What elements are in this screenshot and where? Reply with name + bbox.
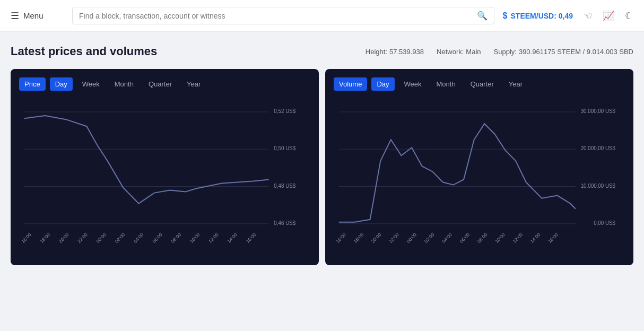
vx-label-1: 18:00 xyxy=(353,232,365,244)
chart-icon[interactable]: 📈 xyxy=(603,10,614,22)
search-icon[interactable]: 🔍 xyxy=(477,11,488,21)
x-label-9: 10:00 xyxy=(189,232,201,244)
volume-chart-toolbar: Volume Day Week Month Quarter Year xyxy=(334,77,625,91)
height-meta: Height: 57.539.938 xyxy=(365,48,424,56)
supply-meta: Supply: 390.961175 STEEM / 9.014.003 SBD xyxy=(494,48,633,56)
vx-label-12: 16:00 xyxy=(547,232,559,244)
vol-y-label-2: 20.000,00 US$ xyxy=(581,145,616,151)
volume-chart-card: Volume Day Week Month Quarter Year 30.00… xyxy=(325,69,633,265)
search-bar[interactable]: 🔍 xyxy=(72,7,494,24)
network-meta: Network: Main xyxy=(437,48,481,56)
menu-label[interactable]: Menu xyxy=(23,11,43,20)
price-tab-quarter[interactable]: Quarter xyxy=(143,77,177,91)
vol-y-label-1: 30.000,00 US$ xyxy=(581,108,616,114)
vx-label-11: 14:00 xyxy=(529,232,542,244)
search-input[interactable] xyxy=(79,12,473,20)
volume-type-button[interactable]: Volume xyxy=(334,77,367,91)
menu-section: ☰ Menu xyxy=(11,10,64,22)
network-value: Main xyxy=(466,48,481,56)
price-y-label-3: 0,48 US$ xyxy=(274,182,295,188)
page-header: Latest prices and volumes Height: 57.539… xyxy=(11,45,633,58)
vx-label-9: 10:00 xyxy=(494,232,506,244)
hamburger-icon: ☰ xyxy=(11,10,19,22)
main-header: ☰ Menu 🔍 $ STEEM/USD: 0,49 ☜ 📈 ☾ xyxy=(0,0,644,32)
x-label-7: 06:00 xyxy=(151,232,163,244)
vx-label-2: 20:00 xyxy=(370,232,382,244)
x-label-12: 16:00 xyxy=(245,232,257,244)
moon-icon[interactable]: ☾ xyxy=(625,10,633,22)
supply-value: 390.961175 STEEM / 9.014.003 SBD xyxy=(519,48,633,56)
price-display: $ STEEM/USD: 0,49 xyxy=(503,11,573,21)
charts-grid: Price Day Week Month Quarter Year 0,52 U… xyxy=(11,69,633,265)
x-label-10: 12:00 xyxy=(207,232,220,244)
x-label-4: 00:00 xyxy=(95,232,108,244)
x-label-11: 14:00 xyxy=(227,232,239,244)
page-meta: Height: 57.539.938 Network: Main Supply:… xyxy=(365,48,633,56)
vx-label-3: 22:00 xyxy=(388,232,400,244)
price-chart-toolbar: Price Day Week Month Quarter Year xyxy=(19,77,310,91)
volume-tab-quarter[interactable]: Quarter xyxy=(465,77,499,91)
x-label-1: 18:00 xyxy=(39,232,51,244)
header-right: $ STEEM/USD: 0,49 ☜ 📈 ☾ xyxy=(503,10,633,22)
height-value: 57.539.938 xyxy=(389,48,424,56)
vx-label-8: 08:00 xyxy=(476,232,489,244)
height-label: Height: xyxy=(365,48,387,56)
vx-label-6: 04:00 xyxy=(441,232,453,244)
price-chart-area: 0,52 US$ 0,50 US$ 0,48 US$ 0,46 US$ 16:0… xyxy=(19,97,310,257)
volume-chart-svg: 30.000,00 US$ 20.000,00 US$ 10.000,00 US… xyxy=(334,97,625,257)
volume-tab-month[interactable]: Month xyxy=(431,77,461,91)
price-chart-card: Price Day Week Month Quarter Year 0,52 U… xyxy=(11,69,319,265)
network-label: Network: xyxy=(437,48,464,56)
x-label-2: 20:00 xyxy=(58,232,70,244)
price-y-label-4: 0,46 US$ xyxy=(274,220,295,226)
price-y-label-1: 0,52 US$ xyxy=(274,108,295,114)
price-tab-week[interactable]: Week xyxy=(77,77,105,91)
x-label-3: 22:00 xyxy=(76,232,89,244)
x-label-5: 02:00 xyxy=(114,232,126,244)
cursor-icon: ☜ xyxy=(584,10,592,22)
price-tab-year[interactable]: Year xyxy=(181,77,206,91)
price-value: STEEM/USD: 0,49 xyxy=(511,12,573,20)
price-type-button[interactable]: Price xyxy=(19,77,46,91)
volume-line xyxy=(339,124,576,222)
price-line xyxy=(24,116,269,204)
x-label-0: 16:00 xyxy=(20,232,32,244)
vol-y-label-3: 10.000,00 US$ xyxy=(581,182,616,188)
x-label-8: 08:00 xyxy=(170,232,182,244)
price-tab-month[interactable]: Month xyxy=(109,77,139,91)
price-chart-svg: 0,52 US$ 0,50 US$ 0,48 US$ 0,46 US$ 16:0… xyxy=(19,97,310,257)
vx-label-4: 00:00 xyxy=(406,232,418,244)
vx-label-10: 12:00 xyxy=(512,232,524,244)
vx-label-5: 02:00 xyxy=(423,232,436,244)
vx-label-7: 06:00 xyxy=(459,232,471,244)
dollar-icon: $ xyxy=(503,11,508,21)
volume-tab-year[interactable]: Year xyxy=(503,77,528,91)
page-title: Latest prices and volumes xyxy=(11,45,157,58)
volume-tab-week[interactable]: Week xyxy=(399,77,427,91)
x-label-6: 04:00 xyxy=(133,232,145,244)
page-content: Latest prices and volumes Height: 57.539… xyxy=(0,32,644,278)
price-y-label-2: 0,50 US$ xyxy=(274,145,295,151)
vx-label-0: 16:00 xyxy=(335,232,347,244)
supply-label: Supply: xyxy=(494,48,517,56)
price-tab-day[interactable]: Day xyxy=(50,77,73,91)
vol-y-label-4: 0,00 US$ xyxy=(594,220,615,226)
volume-tab-day[interactable]: Day xyxy=(371,77,394,91)
volume-chart-area: 30.000,00 US$ 20.000,00 US$ 10.000,00 US… xyxy=(334,97,625,257)
